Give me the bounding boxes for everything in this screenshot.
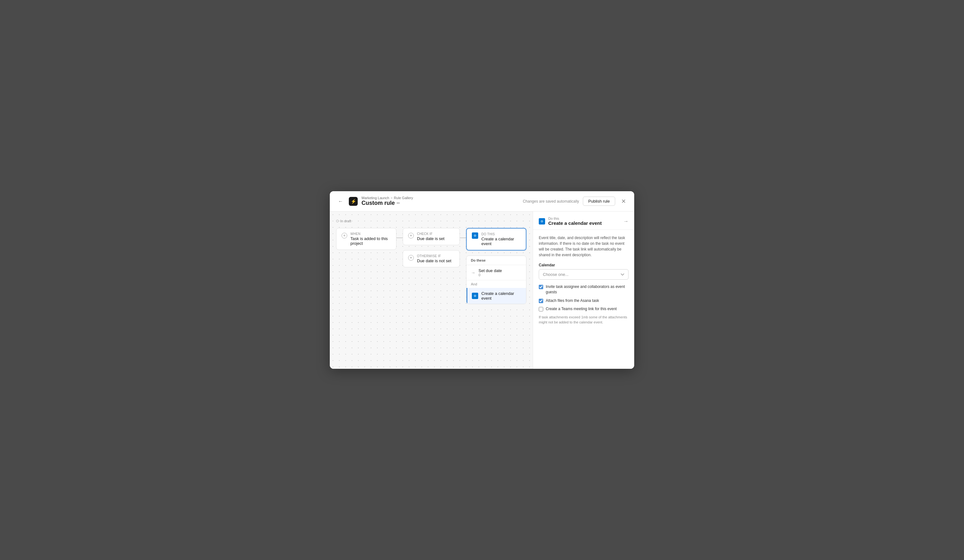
connector-1 xyxy=(396,238,403,238)
panel-note: If task attachments exceed 1mb some of t… xyxy=(539,315,629,325)
when-card-label: When xyxy=(350,232,391,236)
right-panel: O Do this Create a calendar event → Even… xyxy=(533,212,634,369)
panel-body: Event title, date, and description will … xyxy=(533,230,634,369)
check-card-content: Check if Due date is set xyxy=(417,232,445,241)
calendar-label: Calendar xyxy=(539,263,629,267)
draft-badge: In draft xyxy=(336,219,351,223)
panel-outlook-icon: O xyxy=(539,218,545,225)
panel-description: Event title, date, and description will … xyxy=(539,235,629,258)
check-card-plus[interactable]: + xyxy=(408,233,414,238)
app-window: ← ⚡ Marketing Launch > Rule Gallery Cust… xyxy=(330,191,634,369)
invite-label: Invite task assignee and collaborators a… xyxy=(546,284,629,295)
close-button[interactable]: ✕ xyxy=(619,197,628,206)
autosave-text: Changes are saved automatically xyxy=(523,199,579,203)
attach-files-label: Attach files from the Asana task xyxy=(546,298,599,303)
body: In draft + When Task is added to this pr… xyxy=(330,212,634,369)
checkbox-row-3: Create a Teams meeting link for this eve… xyxy=(539,306,629,312)
do-this-card[interactable]: O Do this Create a calendar event xyxy=(466,228,526,251)
check-card-label: Check if xyxy=(417,232,445,236)
invite-checkbox[interactable] xyxy=(539,285,543,289)
do-these-header: Do these xyxy=(466,256,526,265)
when-card-value: Task is added to this project xyxy=(350,236,391,246)
when-card[interactable]: + When Task is added to this project xyxy=(336,228,396,250)
checkbox-row-2: Attach files from the Asana task xyxy=(539,298,629,303)
h-line-2 xyxy=(460,238,466,238)
header-title-area: Marketing Launch > Rule Gallery Custom r… xyxy=(362,196,413,207)
canvas: In draft + When Task is added to this pr… xyxy=(330,212,533,369)
do-col: O Do this Create a calendar event Do the… xyxy=(466,228,526,304)
page-title: Custom rule xyxy=(362,200,395,207)
header-right: Changes are saved automatically Publish … xyxy=(523,197,628,206)
teams-meeting-label: Create a Teams meeting link for this eve… xyxy=(546,306,617,312)
header: ← ⚡ Marketing Launch > Rule Gallery Cust… xyxy=(330,191,634,212)
connector-2 xyxy=(460,238,466,238)
teams-meeting-checkbox[interactable] xyxy=(539,307,543,311)
do-these-outlook-icon: O xyxy=(472,293,478,299)
rule-flow: + When Task is added to this project + xyxy=(336,228,526,304)
do-this-card-content: Do this Create a calendar event xyxy=(481,233,521,246)
h-line-1 xyxy=(396,238,403,238)
panel-label: Do this xyxy=(548,217,620,220)
page-title-row: Custom rule ✏ xyxy=(362,200,413,207)
do-this-card-label: Do this xyxy=(481,233,521,236)
publish-button[interactable]: Publish rule xyxy=(583,197,615,206)
and-label: And xyxy=(466,280,526,288)
do-this-card-value: Create a calendar event xyxy=(481,236,521,246)
header-left: ← ⚡ Marketing Launch > Rule Gallery Cust… xyxy=(336,196,523,207)
breadcrumb: Marketing Launch > Rule Gallery xyxy=(362,196,413,200)
checkbox-row-1: Invite task assignee and collaborators a… xyxy=(539,284,629,295)
panel-title: Create a calendar event xyxy=(548,220,620,226)
do-these-item-1[interactable]: → Set due date 0 xyxy=(466,265,526,280)
edit-icon[interactable]: ✏ xyxy=(397,201,400,205)
back-button[interactable]: ← xyxy=(336,197,345,206)
otherwise-card-label: Otherwise if xyxy=(417,254,451,258)
check-card-value: Due date is set xyxy=(417,236,445,241)
when-card-plus[interactable]: + xyxy=(342,233,347,238)
check-col: + Check if Due date is set + Otherwise i… xyxy=(403,228,460,267)
do-these-item-2[interactable]: O Create a calendar event xyxy=(466,288,526,304)
calendar-select[interactable]: Choose one... xyxy=(539,269,629,280)
otherwise-card[interactable]: + Otherwise if Due date is not set xyxy=(403,250,460,267)
otherwise-card-plus[interactable]: + xyxy=(408,255,414,260)
when-card-content: When Task is added to this project xyxy=(350,232,391,246)
panel-expand-button[interactable]: → xyxy=(624,218,629,224)
do-these-item-1-content: Set due date 0 xyxy=(479,268,502,277)
do-these-panel: Do these → Set due date 0 And O xyxy=(466,256,526,304)
attach-files-checkbox[interactable] xyxy=(539,299,543,303)
arrow-icon-1: → xyxy=(471,270,475,275)
lightning-icon: ⚡ xyxy=(349,197,358,206)
check-card[interactable]: + Check if Due date is set xyxy=(403,228,460,245)
panel-title-area: Do this Create a calendar event xyxy=(548,217,620,226)
otherwise-card-content: Otherwise if Due date is not set xyxy=(417,254,451,263)
do-this-outlook-icon: O xyxy=(472,233,478,239)
otherwise-card-value: Due date is not set xyxy=(417,259,451,263)
panel-header: O Do this Create a calendar event → xyxy=(533,212,634,230)
draft-dot xyxy=(336,220,339,222)
